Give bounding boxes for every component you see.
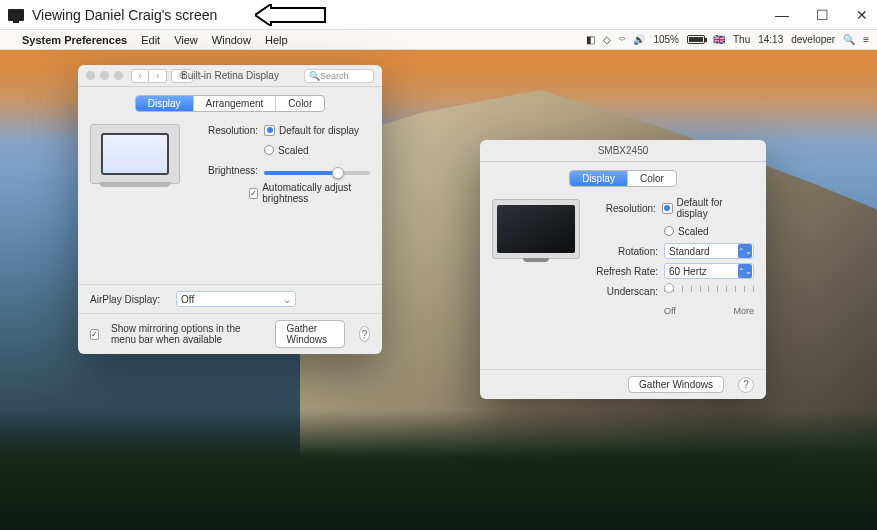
- display-prefs-window-external: SMBX2450 Display Color Resolution: Defau…: [480, 140, 766, 399]
- status-icon[interactable]: ◇: [603, 34, 611, 45]
- underscan-more-label: More: [733, 306, 754, 316]
- monitor-icon: [8, 9, 24, 21]
- underscan-off-label: Off: [664, 306, 676, 316]
- battery-icon[interactable]: [687, 35, 705, 44]
- tab-display[interactable]: Display: [570, 171, 628, 186]
- input-flag[interactable]: 🇬🇧: [713, 34, 725, 45]
- opt-default: Default for display: [279, 125, 359, 136]
- display-thumbnail: [492, 199, 580, 259]
- display-thumbnail: [90, 124, 180, 184]
- mirror-checkbox[interactable]: [90, 329, 99, 340]
- opt-default: Default for display: [677, 197, 754, 219]
- window-titlebar[interactable]: ‹ › ⊞ Built-in Retina Display 🔍 Search: [78, 65, 382, 87]
- clock-day: Thu: [733, 34, 750, 45]
- radio-scaled[interactable]: [664, 226, 674, 236]
- menu-help[interactable]: Help: [265, 34, 288, 46]
- mirror-label: Show mirroring options in the menu bar w…: [111, 323, 267, 345]
- traffic-lights[interactable]: [86, 71, 123, 80]
- forward-button[interactable]: ›: [149, 69, 167, 83]
- radio-scaled[interactable]: [264, 145, 274, 155]
- tab-bar: Display Arrangement Color: [135, 95, 326, 112]
- tab-color[interactable]: Color: [628, 171, 676, 186]
- mac-menubar: System Preferences Edit View Window Help…: [0, 30, 877, 50]
- underscan-label: Underscan:: [590, 286, 658, 297]
- refresh-select[interactable]: 60 Hertz⌃⌄: [664, 263, 754, 279]
- host-title: Viewing Daniel Craig's screen: [32, 7, 217, 23]
- tab-display[interactable]: Display: [136, 96, 194, 111]
- maximize-button[interactable]: ☐: [815, 7, 829, 23]
- gather-windows-button[interactable]: Gather Windows: [275, 320, 345, 348]
- refresh-label: Refresh Rate:: [590, 266, 658, 277]
- host-titlebar: Viewing Daniel Craig's screen — ☐ ✕: [0, 0, 877, 30]
- menu-view[interactable]: View: [174, 34, 198, 46]
- search-input[interactable]: 🔍 Search: [304, 69, 374, 83]
- minimize-button[interactable]: —: [775, 7, 789, 23]
- status-icon[interactable]: ◧: [586, 34, 595, 45]
- app-menu[interactable]: System Preferences: [22, 34, 127, 46]
- opt-scaled: Scaled: [278, 145, 309, 156]
- menu-window[interactable]: Window: [212, 34, 251, 46]
- tab-color[interactable]: Color: [276, 96, 324, 111]
- window-title: SMBX2450: [598, 145, 649, 156]
- notif-icon[interactable]: ≡: [863, 34, 869, 45]
- annotation-arrow: [255, 4, 327, 26]
- rotation-label: Rotation:: [590, 246, 658, 257]
- back-button[interactable]: ‹: [131, 69, 149, 83]
- brightness-slider[interactable]: [264, 171, 370, 175]
- resolution-label: Resolution:: [590, 203, 656, 214]
- airplay-select[interactable]: Off⌄: [176, 291, 296, 307]
- brightness-label: Brightness:: [190, 165, 258, 176]
- battery-pct: 105%: [653, 34, 679, 45]
- auto-brightness-label: Automatically adjust brightness: [262, 182, 370, 204]
- radio-default[interactable]: [662, 203, 673, 214]
- clock-time[interactable]: 14:13: [758, 34, 783, 45]
- help-button[interactable]: ?: [359, 326, 370, 342]
- menu-edit[interactable]: Edit: [141, 34, 160, 46]
- wifi-icon[interactable]: ⌔: [619, 34, 625, 45]
- gather-windows-button[interactable]: Gather Windows: [628, 376, 724, 393]
- tab-arrangement[interactable]: Arrangement: [194, 96, 277, 111]
- volume-icon[interactable]: 🔊: [633, 34, 645, 45]
- window-title: Built-in Retina Display: [181, 70, 279, 81]
- window-titlebar[interactable]: SMBX2450: [480, 140, 766, 162]
- spotlight-icon[interactable]: 🔍: [843, 34, 855, 45]
- radio-default[interactable]: [264, 125, 275, 136]
- auto-brightness-checkbox[interactable]: [249, 188, 258, 199]
- tab-bar: Display Color: [569, 170, 677, 187]
- resolution-label: Resolution:: [190, 125, 258, 136]
- airplay-label: AirPlay Display:: [90, 294, 168, 305]
- user-name[interactable]: developer: [791, 34, 835, 45]
- close-button[interactable]: ✕: [855, 7, 869, 23]
- mac-desktop: System Preferences Edit View Window Help…: [0, 30, 877, 530]
- underscan-slider[interactable]: [664, 286, 754, 296]
- rotation-select[interactable]: Standard⌃⌄: [664, 243, 754, 259]
- wallpaper-trees: [0, 410, 877, 530]
- display-prefs-window-builtin: ‹ › ⊞ Built-in Retina Display 🔍 Search D…: [78, 65, 382, 354]
- opt-scaled: Scaled: [678, 226, 709, 237]
- help-button[interactable]: ?: [738, 377, 754, 393]
